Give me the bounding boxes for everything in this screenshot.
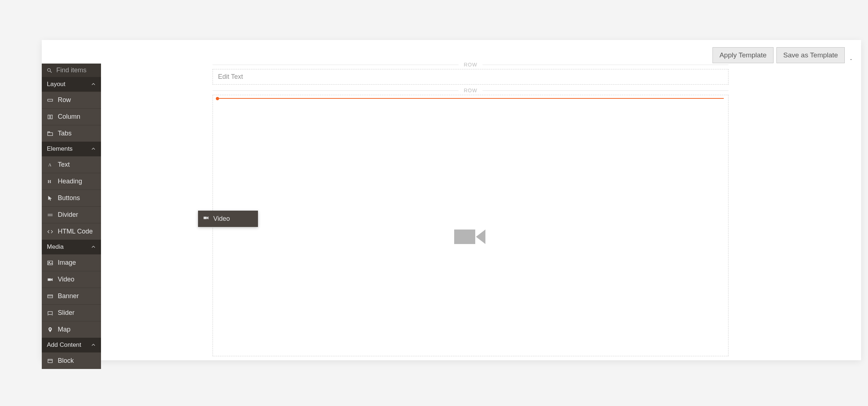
drop-indicator	[217, 98, 724, 99]
sidebar-item-block[interactable]: Block	[42, 352, 101, 369]
block-icon	[47, 358, 53, 364]
sidebar-item-heading[interactable]: H Heading	[42, 173, 101, 190]
svg-rect-3	[48, 115, 50, 119]
sidebar-group-label: Media	[47, 243, 64, 251]
svg-marker-9	[48, 196, 52, 200]
sidebar-item-label: Banner	[58, 292, 79, 300]
heading-icon: H	[47, 178, 53, 185]
sidebar-item-image[interactable]: Image	[42, 254, 101, 271]
sidebar-item-label: Column	[58, 113, 80, 121]
svg-rect-21	[48, 359, 52, 362]
toolbar: Apply Template Save as Template .	[712, 47, 852, 63]
sidebar-item-label: Block	[58, 357, 74, 365]
svg-rect-14	[48, 278, 51, 281]
sidebar-item-slider[interactable]: Slider	[42, 304, 101, 321]
sidebar-item-column[interactable]: Column	[42, 108, 101, 125]
sidebar-item-row[interactable]: Row	[42, 92, 101, 108]
canvas-row[interactable]: ROW	[213, 88, 728, 356]
apply-template-button[interactable]: Apply Template	[712, 47, 774, 63]
chevron-up-icon	[91, 146, 96, 151]
chevron-up-icon	[91, 244, 96, 249]
search-icon	[46, 67, 53, 74]
image-icon	[47, 260, 53, 266]
tabs-icon	[47, 130, 53, 137]
row-divider-label: ROW	[213, 62, 728, 68]
sidebar-group-media[interactable]: Media	[42, 240, 101, 254]
row-label: ROW	[462, 88, 479, 93]
drag-ghost-video[interactable]: Video	[198, 211, 258, 227]
sidebar-item-label: Slider	[58, 309, 74, 317]
sidebar-item-label: HTML Code	[58, 228, 93, 235]
text-icon: A	[47, 162, 53, 168]
code-icon	[47, 228, 53, 235]
sidebar-group-label: Add Content	[47, 341, 81, 349]
svg-rect-4	[51, 115, 52, 119]
sidebar-item-buttons[interactable]: Buttons	[42, 190, 101, 206]
cursor-icon	[47, 195, 53, 202]
video-placeholder-icon	[454, 226, 487, 244]
page-builder-app: Apply Template Save as Template . ROW Ed…	[42, 40, 861, 360]
divider-icon	[47, 212, 53, 218]
svg-rect-2	[48, 99, 52, 101]
sidebar-item-label: Buttons	[58, 194, 80, 202]
svg-text:A: A	[48, 162, 52, 167]
sidebar-item-label: Text	[58, 161, 70, 169]
svg-rect-18	[48, 312, 52, 314]
svg-point-0	[48, 68, 51, 71]
chevron-up-icon	[91, 342, 96, 348]
sidebar-group-label: Elements	[47, 145, 73, 153]
search-input[interactable]	[56, 66, 97, 74]
sidebar-item-label: Tabs	[58, 130, 72, 137]
sidebar-group-label: Layout	[47, 81, 65, 88]
svg-rect-6	[48, 131, 49, 133]
svg-rect-5	[48, 133, 52, 135]
sidebar-item-tabs[interactable]: Tabs	[42, 125, 101, 142]
row-icon	[47, 97, 53, 103]
text-content-placeholder[interactable]: Edit Text	[213, 69, 728, 85]
banner-icon	[47, 293, 53, 300]
svg-text:H: H	[48, 179, 51, 184]
video-icon	[203, 215, 209, 223]
sidebar-group-elements[interactable]: Elements	[42, 142, 101, 156]
row-label: ROW	[462, 62, 479, 68]
canvas-stage[interactable]: ROW Edit Text ROW	[213, 62, 728, 356]
sidebar-group-layout[interactable]: Layout	[42, 77, 101, 92]
map-pin-icon	[47, 326, 53, 333]
video-icon	[47, 276, 53, 283]
canvas-row[interactable]: ROW Edit Text	[213, 62, 728, 85]
toolbar-overflow-indicator: .	[850, 53, 852, 62]
svg-rect-16	[48, 295, 52, 298]
drag-ghost-label: Video	[213, 215, 230, 223]
column-icon	[47, 114, 53, 120]
sidebar-item-label: Video	[58, 276, 74, 283]
sidebar-group-add-content[interactable]: Add Content	[42, 338, 101, 352]
svg-marker-24	[207, 216, 209, 219]
sidebar-item-divider[interactable]: Divider	[42, 206, 101, 223]
svg-line-1	[50, 71, 52, 73]
sidebar-item-banner[interactable]: Banner	[42, 288, 101, 304]
sidebar-item-label: Image	[58, 259, 76, 267]
row-divider-label: ROW	[213, 88, 728, 93]
component-sidebar: Layout Row Column Tabs Elements A Text	[42, 64, 101, 369]
svg-rect-23	[203, 217, 207, 219]
sidebar-item-html-code[interactable]: HTML Code	[42, 223, 101, 240]
row-drop-zone[interactable]	[213, 95, 728, 356]
slider-icon	[47, 310, 53, 316]
sidebar-item-video[interactable]: Video	[42, 271, 101, 288]
sidebar-item-label: Heading	[58, 178, 82, 185]
chevron-up-icon	[91, 82, 96, 87]
sidebar-item-map[interactable]: Map	[42, 321, 101, 338]
sidebar-search[interactable]	[42, 64, 101, 77]
sidebar-item-label: Row	[58, 96, 71, 104]
save-as-template-button[interactable]: Save as Template	[776, 47, 845, 63]
sidebar-item-text[interactable]: A Text	[42, 156, 101, 173]
sidebar-item-label: Map	[58, 326, 70, 333]
svg-marker-15	[51, 278, 53, 281]
sidebar-item-label: Divider	[58, 211, 78, 219]
